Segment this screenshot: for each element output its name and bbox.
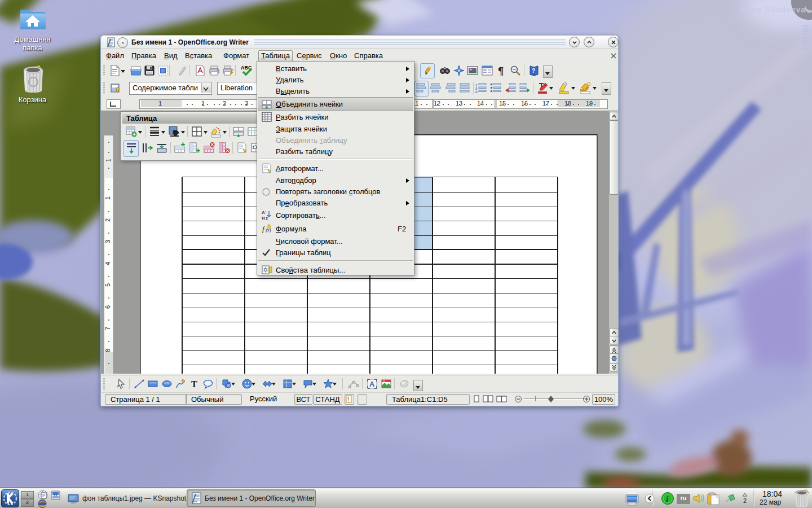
svg-text:1: 1	[105, 159, 112, 162]
svg-text:?: ?	[532, 68, 535, 74]
svg-text:A: A	[369, 380, 375, 388]
svg-text:Я: Я	[262, 216, 265, 221]
svg-text:¶: ¶	[498, 65, 504, 77]
svg-text:!: !	[347, 396, 349, 402]
svg-text:T: T	[191, 379, 197, 389]
svg-text:A: A	[262, 210, 265, 215]
svg-text:z: z	[266, 216, 268, 221]
svg-text:2: 2	[743, 497, 747, 504]
svg-text:3: 3	[475, 90, 478, 93]
svg-text:Anna Shadeeva: Anna Shadeeva	[740, 5, 806, 14]
svg-text:for ALT Linux: for ALT Linux	[801, 25, 810, 76]
